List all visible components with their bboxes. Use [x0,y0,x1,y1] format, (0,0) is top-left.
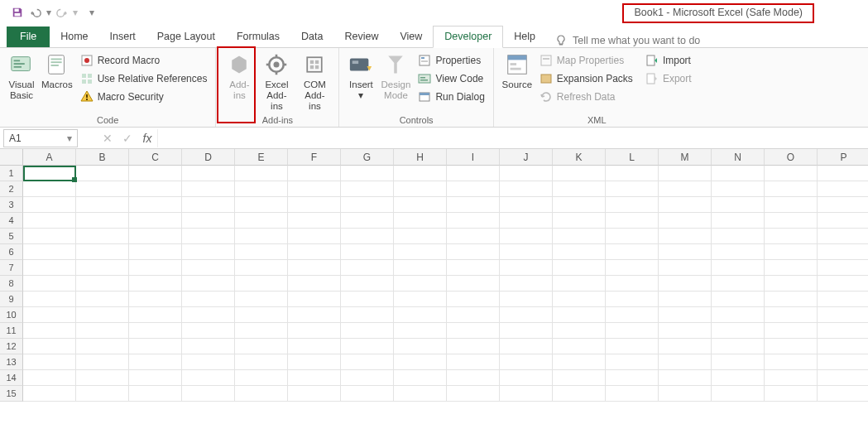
record-macro-button[interactable]: Record Macro [76,51,211,70]
cell[interactable] [553,181,606,197]
cell[interactable] [818,229,868,244]
cell[interactable] [818,213,868,229]
cell[interactable] [182,370,235,386]
row-header[interactable]: 11 [0,323,23,339]
cell[interactable] [23,292,76,307]
cell[interactable] [659,370,712,386]
cell[interactable] [447,386,500,402]
cell[interactable] [712,370,765,386]
cell[interactable] [394,323,447,339]
tab-file[interactable]: File [7,26,50,47]
cell[interactable] [606,229,659,244]
cell[interactable] [553,292,606,307]
cell[interactable] [235,307,288,323]
tab-review[interactable]: Review [333,26,389,47]
cell[interactable] [76,181,129,197]
cell[interactable] [553,213,606,229]
cell[interactable] [765,197,818,213]
cell[interactable] [76,244,129,260]
col-header[interactable]: D [182,149,235,166]
cell[interactable] [818,166,868,181]
cell[interactable] [235,181,288,197]
cell[interactable] [288,276,341,292]
cell[interactable] [553,229,606,244]
cell[interactable] [182,244,235,260]
cell[interactable] [235,323,288,339]
cancel-formula-icon[interactable]: ✕ [98,132,117,145]
row-header[interactable]: 7 [0,260,23,276]
cell[interactable] [818,339,868,354]
cell[interactable] [288,307,341,323]
row-headers[interactable]: 123456789101112131415 [0,166,23,402]
cell[interactable] [182,229,235,244]
cell[interactable] [129,370,182,386]
cell[interactable] [235,260,288,276]
cell[interactable] [818,244,868,260]
cell[interactable] [341,386,394,402]
cell[interactable] [765,213,818,229]
cell[interactable] [818,370,868,386]
cell[interactable] [447,229,500,244]
cell[interactable] [182,213,235,229]
enter-formula-icon[interactable]: ✓ [117,132,137,145]
cell[interactable] [818,323,868,339]
cell[interactable] [500,307,553,323]
tab-help[interactable]: Help [503,26,546,47]
row-header[interactable]: 12 [0,339,23,354]
cell[interactable] [553,354,606,370]
cell[interactable] [394,276,447,292]
row-header[interactable]: 14 [0,370,23,386]
cell[interactable] [235,276,288,292]
col-header[interactable]: B [76,149,129,166]
cell[interactable] [23,213,76,229]
cell[interactable] [182,197,235,213]
cell[interactable] [659,386,712,402]
col-header[interactable]: M [659,149,712,166]
cell[interactable] [341,276,394,292]
qat-customize-icon[interactable]: ▾ [83,3,101,22]
col-header[interactable]: A [23,149,76,166]
col-header[interactable]: G [341,149,394,166]
properties-button[interactable]: Properties [414,51,487,70]
cell[interactable] [500,354,553,370]
cell[interactable] [288,197,341,213]
cell[interactable] [394,339,447,354]
cell[interactable] [606,323,659,339]
cell[interactable] [341,229,394,244]
cell[interactable] [76,323,129,339]
cell[interactable] [500,292,553,307]
cell[interactable] [129,244,182,260]
cell[interactable] [341,197,394,213]
cell[interactable] [659,323,712,339]
cell[interactable] [553,197,606,213]
cell[interactable] [129,354,182,370]
row-header[interactable]: 3 [0,197,23,213]
cell[interactable] [765,166,818,181]
cell[interactable] [23,276,76,292]
column-headers[interactable]: ABCDEFGHIJKLMNOP [23,149,868,166]
cell[interactable] [606,260,659,276]
cell[interactable] [553,307,606,323]
cell[interactable] [394,166,447,181]
cell[interactable] [553,370,606,386]
cell[interactable] [129,276,182,292]
cell[interactable] [500,386,553,402]
cell[interactable] [712,244,765,260]
cell[interactable] [129,386,182,402]
cell[interactable] [447,292,500,307]
cell[interactable] [553,386,606,402]
cell[interactable] [818,307,868,323]
tell-me-search[interactable]: Tell me what you want to do [554,34,700,47]
cell[interactable] [129,181,182,197]
cell[interactable] [182,307,235,323]
cell[interactable] [235,386,288,402]
row-header[interactable]: 13 [0,354,23,370]
cell[interactable] [606,213,659,229]
cell[interactable] [182,386,235,402]
cell[interactable] [659,244,712,260]
cell[interactable] [235,370,288,386]
cell[interactable] [76,354,129,370]
cell[interactable] [712,292,765,307]
macro-security-button[interactable]: Macro Security [76,88,211,106]
cell[interactable] [23,323,76,339]
